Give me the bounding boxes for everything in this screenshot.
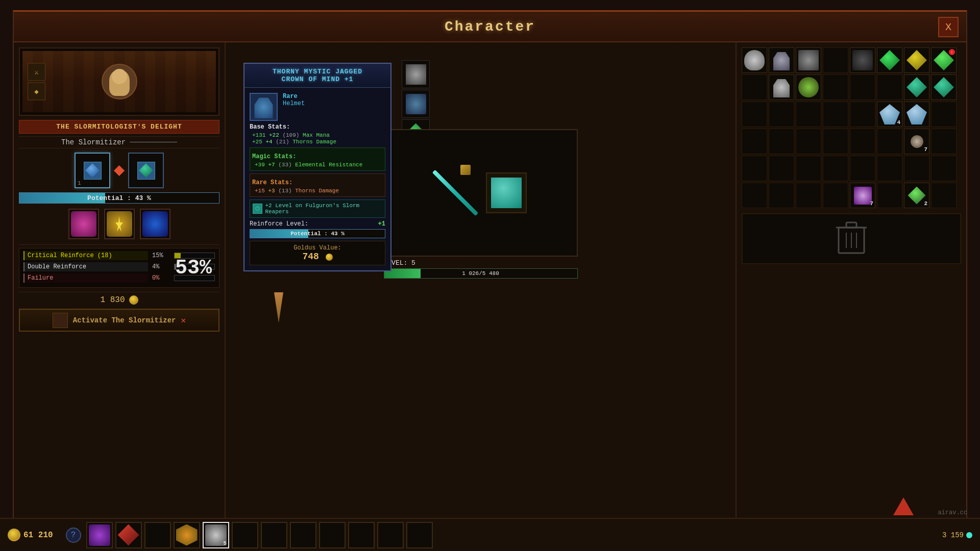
main-content: ⚔ ◆ THE SLORMITOLOGIST'S DELIGHT The Slo… — [14, 42, 966, 540]
inv-slot-4-4[interactable] — [850, 156, 875, 181]
inv-slot-2-4[interactable] — [850, 102, 875, 127]
total-percent-display: 53% — [175, 257, 212, 280]
equip-slot-2[interactable] — [128, 153, 164, 188]
inv-slot-4-2[interactable] — [796, 156, 821, 181]
inv-slot-4-1[interactable] — [769, 156, 794, 181]
slot-gem-mixed — [406, 64, 426, 85]
inv-slot-0-4[interactable] — [850, 47, 875, 73]
hotbar-slot-11[interactable] — [377, 522, 404, 548]
hotbar-slot-10[interactable] — [348, 522, 375, 548]
inv-slot-3-0[interactable] — [742, 129, 767, 154]
helm-gray-item — [771, 50, 792, 70]
inv-slot-2-0[interactable] — [742, 102, 767, 127]
stat3-base: (33) — [278, 162, 295, 168]
gem-last-item — [908, 187, 926, 205]
char-equip-slot-2[interactable] — [402, 90, 430, 118]
inv-slot-3-2[interactable] — [796, 129, 821, 154]
inv-slot-1-5[interactable] — [877, 74, 902, 100]
inv-slot-3-5[interactable] — [877, 129, 902, 154]
diamond2-item — [906, 104, 927, 124]
equipment-slots: 1 — [19, 153, 219, 188]
hotbar-slot-5[interactable]: 5 — [203, 522, 229, 548]
equip-slot-1[interactable]: 1 — [75, 153, 110, 188]
hotbar-slot-2[interactable] — [115, 522, 142, 548]
shield-gray-item — [798, 50, 819, 70]
item-preview-slot[interactable] — [486, 172, 527, 213]
inv-slot-5-6[interactable]: 2 — [904, 183, 929, 208]
inv-slot-0-3[interactable] — [823, 47, 848, 73]
inv-slot-1-3[interactable] — [823, 74, 848, 100]
boots-count: 7 — [870, 201, 873, 207]
inv-slot-0-6[interactable] — [904, 47, 929, 73]
slot-number: 1 — [78, 180, 81, 186]
inv-slot-0-2[interactable] — [796, 47, 821, 73]
potential-bar-text: Potential : 43 % — [87, 194, 151, 202]
hotbar-slot-3[interactable] — [144, 522, 171, 548]
inv-slot-1-4[interactable] — [850, 74, 875, 100]
inv-slot-1-6[interactable] — [904, 74, 929, 100]
item-alert-badge: ! — [949, 49, 955, 55]
inv-slot-1-1[interactable] — [769, 74, 794, 100]
char-equip-slot-1[interactable] — [402, 60, 430, 88]
inv-slot-2-6[interactable] — [904, 102, 929, 127]
skill-slot-1[interactable] — [68, 209, 99, 239]
hotbar-slot-12[interactable] — [406, 522, 433, 548]
inv-slot-1-2[interactable] — [796, 74, 821, 100]
inv-slot-2-7[interactable] — [931, 102, 957, 127]
stat4-prefix: +15 — [255, 188, 268, 194]
inv-slot-2-3[interactable] — [823, 102, 848, 127]
slormitizer-title: The Slormitizer ─────────── — [19, 136, 219, 148]
hotbar-slot-1[interactable] — [86, 522, 113, 548]
hotbar-slot-8[interactable] — [290, 522, 316, 548]
inv-slot-2-1[interactable] — [769, 102, 794, 127]
rare-stats-title: Rare Stats: — [252, 179, 383, 186]
skill-slot-3[interactable] — [140, 209, 170, 239]
inv-slot-4-5[interactable] — [877, 156, 902, 181]
hotbar-slot-6[interactable] — [232, 522, 258, 548]
gem-blue-icon — [85, 163, 100, 178]
stat-4: +15 +3 (13) Thorns Damage — [252, 188, 383, 194]
skill-slot-2[interactable] — [104, 209, 135, 239]
close-button[interactable]: X — [938, 17, 959, 37]
window-title: Character — [445, 19, 535, 35]
inv-slot-4-3[interactable] — [823, 156, 848, 181]
diamond1-count: 4 — [897, 119, 900, 126]
inv-slot-5-4[interactable]: 7 — [850, 183, 875, 208]
failure-pct: 0% — [152, 274, 170, 282]
hotbar-slot-7[interactable] — [261, 522, 287, 548]
trash-area[interactable] — [742, 213, 961, 264]
inv-slot-5-1[interactable] — [769, 183, 794, 208]
inv-slot-3-4[interactable] — [850, 129, 875, 154]
inv-slot-2-2[interactable] — [796, 102, 821, 127]
total-percent: 53% — [175, 257, 212, 280]
inv-slot-4-7[interactable] — [931, 156, 957, 181]
inv-slot-5-5[interactable] — [877, 183, 902, 208]
inv-slot-3-1[interactable] — [769, 129, 794, 154]
inv-slot-3-3[interactable] — [823, 129, 848, 154]
inv-slot-0-1[interactable] — [769, 47, 794, 73]
stat2-bonus: +4 — [265, 139, 276, 145]
hotbar-slot-9[interactable] — [319, 522, 346, 548]
rune-dot-icon — [966, 532, 972, 538]
hotbar-slot-4[interactable] — [174, 522, 200, 548]
inv-slot-4-6[interactable] — [904, 156, 929, 181]
inv-slot-1-0[interactable] — [742, 74, 767, 100]
inv-slot-5-2[interactable] — [796, 183, 821, 208]
failure-label: Failure — [23, 273, 148, 283]
inv-slot-0-7[interactable]: ! — [931, 47, 957, 73]
inv-slot-3-7[interactable] — [931, 129, 957, 154]
inv-slot-1-7[interactable] — [931, 74, 957, 100]
portrait-icon-2: ◆ — [28, 83, 45, 101]
helm-light-item — [771, 77, 792, 97]
inv-slot-0-0[interactable] — [742, 47, 767, 73]
inv-slot-5-7[interactable] — [931, 183, 957, 208]
inv-slot-0-5[interactable] — [877, 47, 902, 73]
special-skill-icon: ⬡ — [253, 204, 262, 214]
inv-slot-2-5[interactable]: 4 — [877, 102, 902, 127]
help-button[interactable]: ? — [66, 528, 81, 543]
inv-slot-4-0[interactable] — [742, 156, 767, 181]
inv-slot-3-6[interactable]: 7 — [904, 129, 929, 154]
inv-slot-5-0[interactable] — [742, 183, 767, 208]
inv-slot-5-3[interactable] — [823, 183, 848, 208]
activate-button[interactable]: Activate The Slormitizer ✕ — [19, 309, 219, 332]
